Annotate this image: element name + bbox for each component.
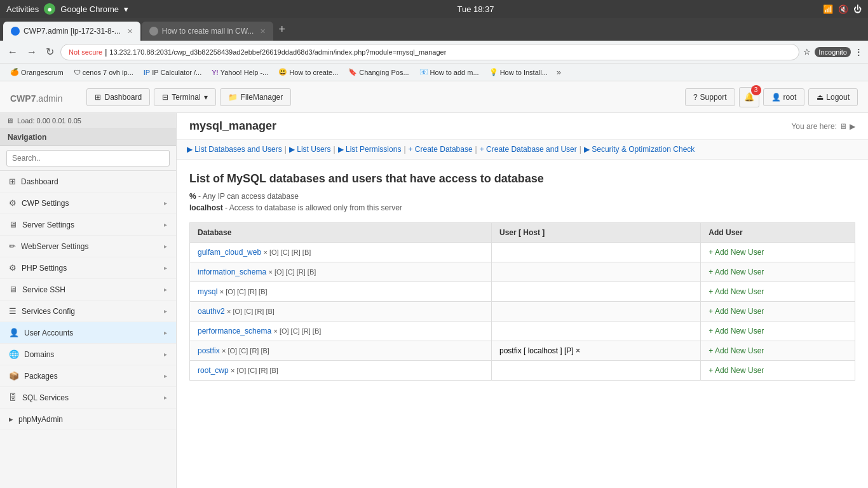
bookmark-yahoo[interactable]: Y! Yahoo! Help -... [208, 67, 272, 78]
bookmark-install[interactable]: 💡 How to Install... [485, 67, 552, 78]
bookmark-ipcalc[interactable]: IP IP Calculator /... [140, 67, 205, 78]
terminal-nav-label: Terminal [172, 93, 200, 102]
activities-label[interactable]: Activities [6, 4, 39, 14]
sidebar-item-packages[interactable]: 📦 Packages ▸ [0, 365, 176, 387]
bookmark-addm-label: How to add m... [430, 69, 479, 76]
tab-2[interactable]: How to create mail in CW... ✕ [142, 22, 274, 41]
add-user-link-perf[interactable]: + Add New User [709, 327, 764, 336]
action-list-users[interactable]: ▶ List Users [289, 145, 331, 154]
server-settings-icon: 🖥 [9, 220, 17, 229]
logout-button[interactable]: ⏏ Logout [808, 88, 858, 106]
chrome-icon: ● [44, 3, 55, 15]
add-user-link-rootcwp[interactable]: + Add New User [709, 366, 764, 375]
action-create-db[interactable]: + Create Database [409, 145, 473, 154]
menu-icon[interactable]: ⋮ [855, 47, 863, 57]
db-link-postfix[interactable]: postfix [198, 346, 220, 355]
user-host-mysql [491, 282, 700, 302]
add-user-link-mysql[interactable]: + Add New User [709, 287, 764, 296]
terminal-dropdown-icon: ▾ [204, 93, 208, 102]
db-link-oauthv2[interactable]: oauthv2 [198, 307, 225, 316]
sidebar-load: 🖥 Load: 0.00 0.01 0.05 [0, 113, 176, 129]
add-user-oauthv2: + Add New User [701, 302, 855, 322]
os-dropdown-arrow[interactable]: ▾ [124, 4, 128, 14]
new-tab-button[interactable]: + [275, 23, 289, 36]
user-accounts-arrow: ▸ [164, 329, 167, 336]
page-title: mysql_manager [189, 119, 276, 133]
add-user-postfix: + Add New User [701, 341, 855, 361]
sidebar-item-user-accounts[interactable]: 👤 User Accounts ▸ [0, 322, 176, 344]
logout-label: Logout [826, 93, 850, 102]
db-tags-rootcwp: × [O] [C] [R] [B] [231, 367, 278, 374]
cwp-topbar: CWP7.admin ⊞ Dashboard ⊟ Terminal ▾ 📁 Fi… [0, 81, 868, 113]
sidebar-item-cwp-settings[interactable]: ⚙ CWP Settings ▸ [0, 193, 176, 214]
bookmark-howto-create[interactable]: 😃 How to create... [275, 67, 342, 78]
add-user-mysql: + Add New User [701, 282, 855, 302]
forward-button[interactable]: → [24, 45, 39, 59]
add-user-link-oauthv2[interactable]: + Add New User [709, 307, 764, 316]
tab1-title: CWP7.admin [ip-172-31-8-... [24, 27, 121, 36]
info-percent: % - Any IP can access database [189, 192, 855, 201]
back-button[interactable]: ← [5, 45, 20, 59]
sidebar-item-server-settings[interactable]: 🖥 Server Settings ▸ [0, 214, 176, 236]
sidebar-item-services-config[interactable]: ☰ Services Config ▸ [0, 301, 176, 322]
terminal-nav-icon: ⊟ [162, 93, 168, 102]
action-list-permissions[interactable]: ▶ List Permissions [338, 145, 402, 154]
sidebar-item-dashboard[interactable]: ⊞ Dashboard [0, 171, 176, 193]
os-bar-left: Activities ● Google Chrome ▾ [6, 3, 128, 15]
user-host-rootcwp [491, 361, 700, 381]
star-icon[interactable]: ☆ [803, 47, 811, 57]
dashboard-nav-btn[interactable]: ⊞ Dashboard [86, 88, 150, 106]
power-icon: ⏻ [853, 4, 862, 14]
sidebar-item-domains[interactable]: 🌐 Domains ▸ [0, 344, 176, 365]
table-row: information_schema × [O] [C] [R] [B] + A… [190, 262, 855, 282]
db-link-infschema[interactable]: information_schema [198, 268, 266, 276]
action-bar: ▶ List Databases and Users | ▶ List User… [177, 140, 868, 159]
bookmark-install-label: How to Install... [500, 69, 548, 76]
add-user-link-postfix[interactable]: + Add New User [709, 346, 764, 355]
bookmark-addm[interactable]: 📧 How to add m... [416, 67, 483, 78]
tab1-close[interactable]: ✕ [127, 27, 133, 36]
filemanager-nav-btn[interactable]: 📁 FileManager [220, 88, 292, 106]
user-host-postfix: postfix [ localhost ] [P] × [491, 341, 700, 361]
db-link-rootcwp[interactable]: root_cwp [198, 366, 229, 375]
add-user-link-gulfam[interactable]: + Add New User [709, 248, 764, 257]
db-link-mysql[interactable]: mysql [198, 287, 217, 296]
os-time: Tue 18:37 [458, 4, 494, 14]
sql-services-arrow: ▸ [164, 394, 167, 401]
sidebar-item-sql-services-label: SQL Services [22, 393, 69, 402]
search-input[interactable] [6, 150, 170, 166]
user-button[interactable]: 👤 root [763, 88, 805, 106]
domains-icon: 🌐 [9, 349, 19, 359]
db-name-perf: performance_schema × [O] [C] [R] [B] [190, 322, 492, 341]
action-security-check[interactable]: ▶ Security & Optimization Check [584, 145, 695, 154]
user-host-gulfam [491, 243, 700, 262]
addm-icon: 📧 [419, 68, 428, 76]
sidebar-item-webserver-settings[interactable]: ✏ WebServer Settings ▸ [0, 236, 176, 257]
sidebar-item-service-ssh[interactable]: 🖥 Service SSH ▸ [0, 279, 176, 301]
notifications-button[interactable]: 🔔 3 [739, 87, 759, 107]
terminal-nav-btn[interactable]: ⊟ Terminal ▾ [154, 88, 215, 106]
db-link-perf[interactable]: performance_schema [198, 327, 271, 336]
bookmark-orangescrum-label: Orangescrum [21, 69, 64, 76]
tab-1[interactable]: CWP7.admin [ip-172-31-8-... ✕ [3, 22, 140, 41]
sidebar-item-sql-services[interactable]: 🗄 SQL Services ▸ [0, 387, 176, 409]
db-link-gulfam[interactable]: gulfam_cloud_web [198, 248, 261, 257]
support-button[interactable]: ? Support [685, 88, 735, 106]
bookmark-changing[interactable]: 🔖 Changing Pos... [344, 67, 412, 78]
bookmark-cenos[interactable]: 🛡 cenos 7 ovh ip... [70, 67, 137, 78]
tab2-close[interactable]: ✕ [260, 27, 266, 36]
dashboard-nav-label: Dashboard [104, 93, 142, 102]
add-user-link-infschema[interactable]: + Add New User [709, 268, 764, 276]
install-icon: 💡 [489, 68, 498, 76]
sidebar-item-domains-label: Domains [24, 350, 54, 359]
action-list-db-users[interactable]: ▶ List Databases and Users [187, 145, 282, 154]
sidebar-item-phpmyadmin[interactable]: ▸ phpMyAdmin [0, 409, 176, 430]
address-input[interactable]: Not secure | 13.232.170.88:2031/cwp_d3b8… [60, 44, 799, 60]
bookmarks-more[interactable]: » [557, 67, 561, 77]
bookmark-ipcalc-label: IP Calculator /... [152, 69, 201, 76]
action-create-db-user[interactable]: + Create Database and User [480, 145, 577, 154]
sidebar-item-php-settings[interactable]: ⚙ PHP Settings ▸ [0, 257, 176, 279]
bookmark-orangescrum[interactable]: 🍊 Orangescrum [6, 67, 67, 78]
reload-button[interactable]: ↻ [43, 44, 57, 59]
user-icon: 👤 [771, 93, 781, 102]
